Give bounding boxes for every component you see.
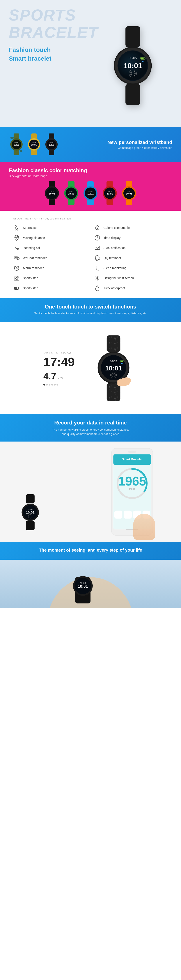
app-section: 09/05 10:01 Smart Bracelet 1965 steps bbox=[0, 442, 181, 542]
dot-3 bbox=[49, 384, 50, 385]
svg-text:10:01: 10:01 bbox=[26, 511, 35, 514]
record-subtitle: The number of walking steps, energy cons… bbox=[9, 428, 172, 436]
svg-rect-110 bbox=[26, 494, 35, 503]
demo-stats-left: DATE STEP/KJ 17:49 4.7 km bbox=[43, 351, 83, 385]
svg-text:10:01: 10:01 bbox=[105, 364, 122, 372]
svg-text:09/05: 09/05 bbox=[110, 360, 117, 363]
svg-text:✱: ✱ bbox=[121, 362, 123, 364]
svg-rect-107 bbox=[123, 378, 126, 385]
svg-point-21 bbox=[10, 137, 14, 139]
svg-text:10:01: 10:01 bbox=[31, 144, 37, 146]
dot-2 bbox=[46, 384, 48, 385]
svg-point-74 bbox=[15, 257, 16, 258]
color-watch-red: 09/05 10:01 bbox=[101, 181, 119, 205]
pers-watch-1: 09/05 10:01 bbox=[9, 134, 24, 155]
onetouch-section: One-touch touch to switch functions Gent… bbox=[0, 298, 181, 322]
svg-text:10:01: 10:01 bbox=[107, 192, 113, 195]
svg-text:09/05: 09/05 bbox=[50, 191, 54, 192]
svg-text:Smart Bracelet: Smart Bracelet bbox=[122, 458, 143, 461]
sports-step-icon-1 bbox=[13, 224, 20, 231]
demo-watch: A B Z 09/05 bbox=[90, 333, 138, 403]
pers-title: New personalized wristband bbox=[107, 140, 172, 145]
wrist-screen-icon bbox=[94, 275, 101, 282]
onetouch-title: One-touch touch to switch functions bbox=[9, 304, 172, 310]
feature-label: WeChat reminder bbox=[23, 256, 46, 260]
svg-text:10:01: 10:01 bbox=[78, 584, 88, 589]
pers-watch-2: 09/05 10:01 bbox=[26, 134, 42, 155]
color-watch-orange: 09/05 10:01 bbox=[120, 181, 138, 205]
feature-label: Alarm reminder bbox=[23, 266, 44, 270]
demo-distance-display: 4.7 km bbox=[43, 371, 83, 382]
feature-label: Sports step bbox=[23, 286, 38, 290]
svg-text:09/05: 09/05 bbox=[14, 142, 18, 143]
feature-qq: QQ reminder bbox=[94, 255, 168, 261]
feature-sms: ··· SMS notification bbox=[94, 244, 168, 251]
pers-text: New personalized wristband Camouflage gr… bbox=[107, 140, 172, 150]
svg-rect-91 bbox=[107, 336, 120, 352]
svg-text:1965: 1965 bbox=[118, 474, 146, 488]
bottom-section: 09/05 10:01 bbox=[0, 560, 181, 608]
feature-label: Sleep monitoring bbox=[103, 266, 127, 270]
app-demo-container: 09/05 10:01 Smart Bracelet 1965 steps bbox=[14, 446, 167, 538]
hero-section: SPORTS BRACELET Fashion touch Smart brac… bbox=[0, 0, 181, 127]
features-section: ABOUT THE BRIGHT SPOT, WE DO BETTER Spor… bbox=[0, 211, 181, 298]
feature-waterproof: IP65 waterproof bbox=[94, 285, 168, 292]
color-subtitle: Black/green/blue/red/orange bbox=[9, 174, 172, 178]
color-watch-blue: 09/05 10:01 bbox=[82, 181, 99, 205]
svg-text:10:01: 10:01 bbox=[87, 192, 94, 195]
calorie-icon bbox=[94, 224, 101, 231]
wechat-icon bbox=[13, 255, 20, 261]
feature-label: incoming call bbox=[23, 246, 40, 250]
app-demo-watch: 09/05 10:01 bbox=[18, 494, 42, 531]
svg-point-82 bbox=[18, 277, 19, 278]
svg-rect-108 bbox=[127, 378, 130, 385]
demo-section: DATE STEP/KJ 17:49 4.7 km bbox=[0, 322, 181, 414]
svg-rect-111 bbox=[26, 521, 35, 530]
pers-watch-3: 09/05 10:01 bbox=[44, 134, 59, 155]
feature-label: Lifting the wrist screen bbox=[103, 276, 134, 280]
feature-sleep: Sleep monitoring bbox=[94, 264, 168, 272]
color-title: Fashion classic color matching bbox=[9, 167, 172, 173]
bottom-wrist-svg: 09/05 10:01 bbox=[0, 560, 181, 608]
pers-watches: 09/05 10:01 09/05 10:01 09/05 10:01 bbox=[9, 134, 107, 155]
svg-text:09/05: 09/05 bbox=[69, 191, 73, 192]
feature-label: Moving distance bbox=[23, 236, 45, 240]
color-watches: 09/05 10:01 09/05 10:01 09/05 10:01 09/0… bbox=[9, 181, 172, 205]
svg-rect-109 bbox=[117, 380, 120, 386]
qq-icon bbox=[94, 255, 101, 261]
svg-rect-1 bbox=[125, 84, 140, 105]
demo-time-label: DATE STEP/KJ bbox=[43, 351, 83, 355]
feature-moving-distance: Moving distance bbox=[13, 234, 87, 241]
feature-calorie: Calorie consumption bbox=[94, 224, 168, 231]
feature-alarm: Alarm reminder bbox=[13, 264, 87, 272]
svg-rect-92 bbox=[107, 383, 120, 401]
demo-watch-svg: A B Z 09/05 bbox=[91, 336, 135, 401]
footer-section: The moment of seeing, and every step of … bbox=[0, 542, 181, 560]
feature-camera: Sports step bbox=[13, 275, 87, 282]
feature-wrist-screen: Lifting the wrist screen bbox=[94, 275, 168, 282]
svg-text:10:01: 10:01 bbox=[14, 144, 19, 146]
bottom-image: 09/05 10:01 bbox=[0, 560, 181, 608]
features-about-label: ABOUT THE BRIGHT SPOT, WE DO BETTER bbox=[13, 217, 168, 220]
svg-text:09/05: 09/05 bbox=[50, 142, 53, 143]
svg-text:10:01: 10:01 bbox=[68, 192, 74, 195]
svg-rect-127 bbox=[114, 511, 122, 519]
svg-text:···: ··· bbox=[98, 248, 99, 250]
personalized-section: 09/05 10:01 09/05 10:01 09/05 10:01 New … bbox=[0, 127, 181, 162]
svg-point-65 bbox=[15, 226, 17, 228]
waterproof-icon bbox=[94, 285, 101, 292]
feature-battery: Sports step bbox=[13, 285, 87, 292]
svg-text:10:01: 10:01 bbox=[126, 192, 132, 195]
color-watch-black: 09/05 10:01 bbox=[43, 181, 61, 205]
svg-rect-85 bbox=[18, 288, 19, 289]
svg-rect-99 bbox=[124, 361, 125, 362]
svg-rect-128 bbox=[124, 511, 132, 519]
color-watch-green: 09/05 10:01 bbox=[62, 181, 80, 205]
svg-text:10:01: 10:01 bbox=[123, 62, 142, 70]
demo-distance-value: 4.7 bbox=[43, 371, 56, 382]
hero-subtitle: Fashion touch Smart bracelet bbox=[9, 46, 172, 62]
feature-incoming-call: incoming call bbox=[13, 244, 87, 251]
onetouch-subtitle: Gently touch the bracelet to switch func… bbox=[9, 312, 172, 315]
svg-text:steps: steps bbox=[129, 487, 135, 490]
dot-6 bbox=[56, 384, 58, 385]
